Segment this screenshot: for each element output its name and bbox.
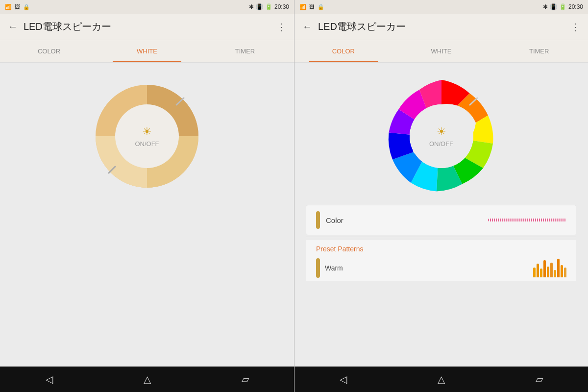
- wheel-center-left: ☀ ON/OFF: [115, 104, 179, 168]
- tab-white-right[interactable]: WHITE: [392, 40, 490, 62]
- preset-item-warm[interactable]: Warm: [316, 258, 566, 278]
- nav-back-right[interactable]: ◁: [340, 373, 347, 385]
- sun-icon-left: ☀: [142, 125, 152, 138]
- signal-icon: 📶: [5, 4, 12, 10]
- lock-icon-r: 🔒: [318, 4, 324, 10]
- nav-back-left[interactable]: ◁: [46, 373, 53, 385]
- tab-white-left[interactable]: WHITE: [98, 40, 196, 62]
- on-off-left: ON/OFF: [135, 140, 159, 147]
- color-label: Color: [326, 216, 482, 224]
- status-bar-left: 📶 🖼 🔒 ✱ 📳 🔋 20:30: [0, 0, 294, 14]
- wheel-container-right: ☀ ON/OFF: [294, 63, 588, 205]
- color-slider[interactable]: [488, 219, 566, 221]
- nav-home-right[interactable]: △: [438, 373, 445, 385]
- right-phone-panel: 📶 🖼 🔒 ✱ 📳 🔋 20:30 ← LED電球スピーカー ⋮ COLOR W…: [294, 0, 588, 392]
- sun-icon-right: ☀: [437, 125, 446, 138]
- status-icons-left: 📶 🖼 🔒: [5, 4, 30, 10]
- app-bar-left: ← LED電球スピーカー ⋮: [0, 14, 294, 40]
- more-button-right[interactable]: ⋮: [570, 21, 580, 33]
- back-button-left[interactable]: ←: [8, 21, 18, 32]
- bottom-nav-right: ◁ △ ▱: [294, 367, 588, 392]
- preset-label: Preset Patterns: [316, 245, 364, 253]
- tab-bar-left: COLOR WHITE TIMER: [0, 40, 294, 63]
- nav-home-left[interactable]: △: [144, 373, 151, 385]
- on-off-right: ON/OFF: [429, 140, 453, 147]
- main-content-right: ☀ ON/OFF Color Preset Patterns Warm: [294, 63, 588, 367]
- image-icon: 🖼: [15, 4, 20, 10]
- app-title-left: LED電球スピーカー: [24, 20, 270, 33]
- color-wheel-left[interactable]: ☀ ON/OFF: [88, 77, 206, 195]
- main-content-left: ☀ ON/OFF: [0, 63, 294, 367]
- more-button-left[interactable]: ⋮: [276, 21, 286, 33]
- preset-section: Preset Patterns Warm: [306, 239, 576, 281]
- vibrate-icon: 📳: [256, 3, 263, 10]
- tab-color-left[interactable]: COLOR: [0, 40, 98, 62]
- left-phone-panel: 📶 🖼 🔒 ✱ 📳 🔋 20:30 ← LED電球スピーカー ⋮ COLOR W…: [0, 0, 294, 392]
- image-icon-r: 🖼: [309, 4, 315, 10]
- color-wheel-right[interactable]: ☀ ON/OFF: [383, 77, 500, 195]
- vibrate-icon-r: 📳: [550, 3, 557, 10]
- bottom-nav-left: ◁ △ ▱: [0, 367, 294, 392]
- divider: [306, 237, 576, 237]
- bluetooth-icon: ✱: [249, 3, 254, 10]
- status-icons-right: 📶 🖼 🔒: [299, 4, 324, 10]
- tab-timer-right[interactable]: TIMER: [490, 40, 588, 62]
- time-right: 20:30: [568, 3, 583, 10]
- preset-swatch-warm: [316, 258, 320, 278]
- app-title-right: LED電球スピーカー: [318, 20, 564, 33]
- color-info-section: Color: [306, 205, 576, 235]
- color-swatch: [316, 211, 320, 229]
- status-bar-right: 📶 🖼 🔒 ✱ 📳 🔋 20:30: [294, 0, 588, 14]
- nav-recents-right[interactable]: ▱: [536, 373, 543, 385]
- app-bar-right: ← LED電球スピーカー ⋮: [294, 14, 588, 40]
- preset-bars-warm: [533, 259, 566, 277]
- nav-recents-left[interactable]: ▱: [242, 373, 249, 385]
- lock-icon: 🔒: [23, 4, 30, 10]
- battery-icon-r: 🔋: [559, 3, 566, 10]
- tab-color-right[interactable]: COLOR: [294, 40, 392, 62]
- wheel-container-left: ☀ ON/OFF: [0, 63, 294, 205]
- tab-bar-right: COLOR WHITE TIMER: [294, 40, 588, 63]
- battery-icon: 🔋: [265, 3, 272, 10]
- time-left: 20:30: [274, 3, 289, 10]
- tab-timer-left[interactable]: TIMER: [196, 40, 294, 62]
- status-right-right: ✱ 📳 🔋 20:30: [543, 3, 583, 10]
- wheel-center-right: ☀ ON/OFF: [410, 104, 473, 168]
- back-button-right[interactable]: ←: [302, 21, 312, 32]
- signal-icon-r: 📶: [299, 4, 306, 10]
- bluetooth-icon-r: ✱: [543, 3, 548, 10]
- preset-name-warm: Warm: [325, 264, 528, 272]
- status-right-left: ✱ 📳 🔋 20:30: [249, 3, 289, 10]
